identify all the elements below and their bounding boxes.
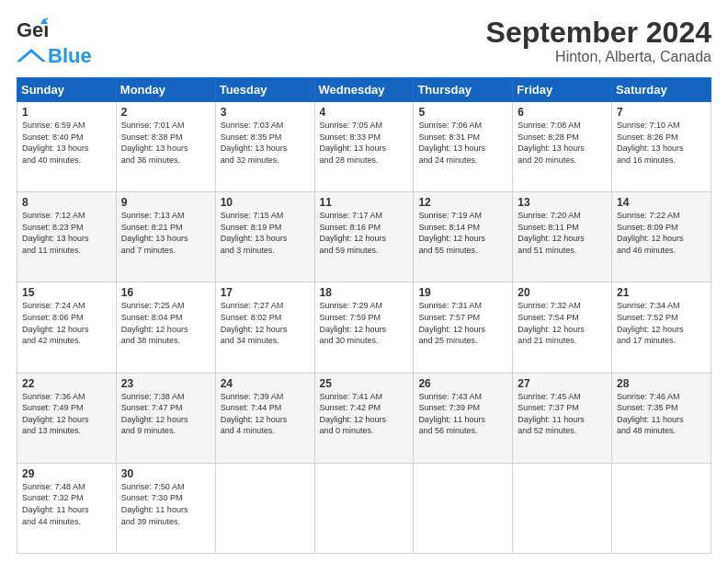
week-row-4: 22Sunrise: 7:36 AMSunset: 7:49 PMDayligh… [17, 373, 711, 463]
table-row: 28Sunrise: 7:46 AMSunset: 7:35 PMDayligh… [612, 373, 711, 463]
day-number: 20 [518, 286, 607, 299]
day-number: 15 [22, 286, 111, 299]
day-number: 22 [22, 377, 111, 390]
cell-info: Sunrise: 7:13 AMSunset: 8:21 PMDaylight:… [121, 210, 210, 256]
cell-info: Sunrise: 7:36 AMSunset: 7:49 PMDaylight:… [22, 391, 111, 437]
week-row-5: 29Sunrise: 7:48 AMSunset: 7:32 PMDayligh… [17, 463, 711, 553]
cell-info: Sunrise: 7:08 AMSunset: 8:28 PMDaylight:… [518, 120, 607, 166]
table-row [414, 463, 513, 553]
svg-marker-3 [17, 49, 46, 62]
day-number: 1 [22, 106, 111, 119]
day-number: 28 [617, 377, 706, 390]
calendar-table: Sunday Monday Tuesday Wednesday Thursday… [17, 77, 711, 554]
table-row: 27Sunrise: 7:45 AMSunset: 7:37 PMDayligh… [513, 373, 612, 463]
day-number: 21 [617, 286, 706, 299]
page: General Blue September 2024 Hinton, Albe… [0, 0, 728, 563]
table-row: 22Sunrise: 7:36 AMSunset: 7:49 PMDayligh… [17, 373, 117, 463]
day-number: 27 [518, 377, 607, 390]
cell-info: Sunrise: 7:22 AMSunset: 8:09 PMDaylight:… [617, 210, 706, 256]
table-row: 19Sunrise: 7:31 AMSunset: 7:57 PMDayligh… [414, 282, 513, 373]
logo-text: Blue [48, 44, 92, 68]
table-row: 1Sunrise: 6:59 AMSunset: 8:40 PMDaylight… [17, 102, 117, 192]
table-row: 16Sunrise: 7:25 AMSunset: 8:04 PMDayligh… [116, 282, 215, 373]
day-number: 18 [320, 286, 409, 299]
cell-info: Sunrise: 7:38 AMSunset: 7:47 PMDaylight:… [121, 391, 210, 437]
col-wednesday: Wednesday [314, 78, 414, 102]
cell-info: Sunrise: 7:43 AMSunset: 7:39 PMDaylight:… [418, 391, 507, 437]
cell-info: Sunrise: 7:03 AMSunset: 8:35 PMDaylight:… [221, 120, 310, 166]
table-row: 29Sunrise: 7:48 AMSunset: 7:32 PMDayligh… [17, 463, 117, 553]
day-number: 26 [418, 377, 507, 390]
col-monday: Monday [116, 78, 215, 102]
bird-icon [17, 49, 46, 63]
cell-info: Sunrise: 7:39 AMSunset: 7:44 PMDaylight:… [221, 391, 310, 437]
day-number: 23 [121, 377, 210, 390]
table-row: 2Sunrise: 7:01 AMSunset: 8:38 PMDaylight… [116, 102, 215, 192]
table-row: 13Sunrise: 7:20 AMSunset: 8:11 PMDayligh… [513, 192, 612, 282]
cell-info: Sunrise: 7:19 AMSunset: 8:14 PMDaylight:… [418, 210, 507, 256]
cell-info: Sunrise: 7:45 AMSunset: 7:37 PMDaylight:… [518, 391, 607, 437]
table-row: 5Sunrise: 7:06 AMSunset: 8:31 PMDaylight… [414, 102, 513, 192]
cell-info: Sunrise: 7:25 AMSunset: 8:04 PMDaylight:… [121, 300, 210, 346]
table-row: 17Sunrise: 7:27 AMSunset: 8:02 PMDayligh… [215, 282, 314, 373]
table-row [314, 463, 414, 553]
table-row: 21Sunrise: 7:34 AMSunset: 7:52 PMDayligh… [612, 282, 711, 373]
logo-icon: General [17, 17, 48, 44]
col-sunday: Sunday [17, 78, 117, 102]
cell-info: Sunrise: 7:15 AMSunset: 8:19 PMDaylight:… [221, 210, 310, 256]
table-row: 12Sunrise: 7:19 AMSunset: 8:14 PMDayligh… [414, 192, 513, 282]
cell-info: Sunrise: 7:50 AMSunset: 7:30 PMDaylight:… [121, 481, 210, 527]
table-row: 10Sunrise: 7:15 AMSunset: 8:19 PMDayligh… [215, 192, 314, 282]
cell-info: Sunrise: 7:41 AMSunset: 7:42 PMDaylight:… [320, 391, 409, 437]
cell-info: Sunrise: 7:46 AMSunset: 7:35 PMDaylight:… [617, 391, 706, 437]
header: General Blue September 2024 Hinton, Albe… [17, 17, 711, 68]
title-block: September 2024 Hinton, Alberta, Canada [486, 17, 711, 65]
day-number: 8 [22, 196, 111, 209]
table-row: 7Sunrise: 7:10 AMSunset: 8:26 PMDaylight… [612, 102, 711, 192]
week-row-2: 8Sunrise: 7:12 AMSunset: 8:23 PMDaylight… [17, 192, 711, 282]
logo: General Blue [17, 17, 92, 68]
day-number: 14 [617, 196, 706, 209]
day-number: 16 [121, 286, 210, 299]
day-number: 29 [22, 467, 111, 480]
table-row: 25Sunrise: 7:41 AMSunset: 7:42 PMDayligh… [314, 373, 414, 463]
table-row: 26Sunrise: 7:43 AMSunset: 7:39 PMDayligh… [414, 373, 513, 463]
col-friday: Friday [513, 78, 612, 102]
table-row: 15Sunrise: 7:24 AMSunset: 8:06 PMDayligh… [17, 282, 117, 373]
table-row [513, 463, 612, 553]
table-row: 8Sunrise: 7:12 AMSunset: 8:23 PMDaylight… [17, 192, 117, 282]
cell-info: Sunrise: 7:27 AMSunset: 8:02 PMDaylight:… [221, 300, 310, 346]
header-row: Sunday Monday Tuesday Wednesday Thursday… [17, 78, 711, 102]
cell-info: Sunrise: 7:10 AMSunset: 8:26 PMDaylight:… [617, 120, 706, 166]
cell-info: Sunrise: 7:32 AMSunset: 7:54 PMDaylight:… [518, 300, 607, 346]
table-row: 3Sunrise: 7:03 AMSunset: 8:35 PMDaylight… [215, 102, 314, 192]
table-row [215, 463, 314, 553]
cell-info: Sunrise: 6:59 AMSunset: 8:40 PMDaylight:… [22, 120, 111, 166]
day-number: 4 [320, 106, 409, 119]
table-row: 18Sunrise: 7:29 AMSunset: 7:59 PMDayligh… [314, 282, 414, 373]
week-row-3: 15Sunrise: 7:24 AMSunset: 8:06 PMDayligh… [17, 282, 711, 373]
day-number: 2 [121, 106, 210, 119]
day-number: 9 [121, 196, 210, 209]
table-row: 6Sunrise: 7:08 AMSunset: 8:28 PMDaylight… [513, 102, 612, 192]
day-number: 7 [617, 106, 706, 119]
day-number: 30 [121, 467, 210, 480]
cell-info: Sunrise: 7:48 AMSunset: 7:32 PMDaylight:… [22, 481, 111, 527]
table-row: 14Sunrise: 7:22 AMSunset: 8:09 PMDayligh… [612, 192, 711, 282]
day-number: 25 [320, 377, 409, 390]
day-number: 13 [518, 196, 607, 209]
day-number: 12 [418, 196, 507, 209]
calendar-title: September 2024 [486, 17, 711, 49]
table-row [612, 463, 711, 553]
table-row: 30Sunrise: 7:50 AMSunset: 7:30 PMDayligh… [116, 463, 215, 553]
cell-info: Sunrise: 7:20 AMSunset: 8:11 PMDaylight:… [518, 210, 607, 256]
day-number: 19 [418, 286, 507, 299]
table-row: 23Sunrise: 7:38 AMSunset: 7:47 PMDayligh… [116, 373, 215, 463]
table-row: 24Sunrise: 7:39 AMSunset: 7:44 PMDayligh… [215, 373, 314, 463]
cell-info: Sunrise: 7:34 AMSunset: 7:52 PMDaylight:… [617, 300, 706, 346]
day-number: 10 [221, 196, 310, 209]
day-number: 17 [221, 286, 310, 299]
col-saturday: Saturday [612, 78, 711, 102]
cell-info: Sunrise: 7:12 AMSunset: 8:23 PMDaylight:… [22, 210, 111, 256]
table-row: 20Sunrise: 7:32 AMSunset: 7:54 PMDayligh… [513, 282, 612, 373]
